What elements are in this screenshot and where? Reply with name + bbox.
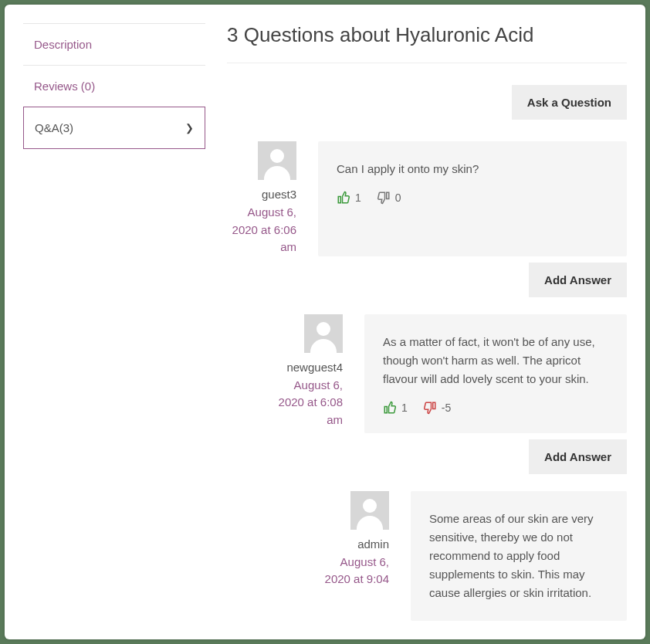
thumbs-up-button[interactable]: 1 bbox=[337, 191, 361, 205]
ask-question-button[interactable]: Ask a Question bbox=[512, 85, 627, 120]
timestamp-link[interactable]: August 6, 2020 at 6:08 am bbox=[273, 377, 343, 429]
qa-bubble: Can I apply it onto my skin? 1 0 bbox=[318, 141, 627, 256]
page-title: 3 Questions about Hyaluronic Acid bbox=[227, 23, 627, 63]
add-answer-button[interactable]: Add Answer bbox=[529, 439, 627, 474]
qa-item: admin August 6, 2020 at 9:04 Some areas … bbox=[320, 491, 627, 621]
downvote-count: -5 bbox=[442, 402, 451, 414]
qa-meta: newguest4 August 6, 2020 at 6:08 am bbox=[273, 314, 343, 433]
answer-row: Add Answer bbox=[227, 263, 627, 297]
qa-bubble: Some areas of our skin are very sensitiv… bbox=[411, 491, 627, 621]
thumbs-down-button[interactable]: -5 bbox=[423, 401, 451, 415]
tab-label: Description bbox=[34, 38, 92, 51]
qa-meta: guest3 August 6, 2020 at 6:06 am bbox=[227, 141, 296, 256]
qa-item: newguest4 August 6, 2020 at 6:08 am As a… bbox=[273, 314, 627, 433]
avatar-icon bbox=[258, 141, 296, 180]
author-name: guest3 bbox=[262, 188, 296, 201]
tab-reviews[interactable]: Reviews (0) bbox=[23, 65, 205, 107]
answer-row: Add Answer bbox=[227, 439, 627, 474]
timestamp-link[interactable]: August 6, 2020 at 6:06 am bbox=[227, 204, 296, 256]
author-name: newguest4 bbox=[286, 361, 343, 374]
add-answer-button[interactable]: Add Answer bbox=[529, 263, 627, 297]
thumbs-up-icon bbox=[383, 401, 397, 415]
thumbs-down-icon bbox=[423, 401, 437, 415]
thumbs-down-button[interactable]: 0 bbox=[377, 191, 401, 205]
tab-qa[interactable]: Q&A(3) ❯ bbox=[23, 107, 205, 149]
qa-meta: admin August 6, 2020 at 9:04 bbox=[320, 491, 389, 621]
thumbs-up-icon bbox=[337, 191, 350, 205]
timestamp-link[interactable]: August 6, 2020 at 9:04 bbox=[320, 554, 389, 588]
thumbs-down-icon bbox=[377, 191, 391, 205]
tab-sidebar: Description Reviews (0) Q&A(3) ❯ bbox=[23, 23, 205, 639]
ask-row: Ask a Question bbox=[227, 63, 627, 141]
vote-row: 1 -5 bbox=[383, 401, 608, 415]
downvote-count: 0 bbox=[395, 192, 401, 204]
tab-label: Q&A(3) bbox=[35, 121, 73, 134]
qa-text: Some areas of our skin are very sensitiv… bbox=[429, 510, 608, 602]
content-card: Description Reviews (0) Q&A(3) ❯ 3 Quest… bbox=[5, 5, 645, 639]
tab-description[interactable]: Description bbox=[23, 23, 205, 65]
chevron-right-icon: ❯ bbox=[185, 122, 194, 134]
qa-item: guest3 August 6, 2020 at 6:06 am Can I a… bbox=[227, 141, 627, 256]
vote-row: 1 0 bbox=[337, 191, 608, 205]
author-name: admin bbox=[357, 537, 389, 551]
avatar-icon bbox=[350, 491, 389, 530]
main-content: 3 Questions about Hyaluronic Acid Ask a … bbox=[227, 23, 627, 639]
qa-bubble: As a matter of fact, it won't be of any … bbox=[364, 314, 627, 433]
upvote-count: 1 bbox=[355, 192, 361, 204]
tab-label: Reviews (0) bbox=[34, 80, 95, 93]
upvote-count: 1 bbox=[401, 402, 408, 414]
qa-text: Can I apply it onto my skin? bbox=[337, 160, 608, 178]
qa-text: As a matter of fact, it won't be of any … bbox=[383, 333, 608, 388]
avatar-icon bbox=[304, 314, 343, 353]
thumbs-up-button[interactable]: 1 bbox=[383, 401, 408, 415]
